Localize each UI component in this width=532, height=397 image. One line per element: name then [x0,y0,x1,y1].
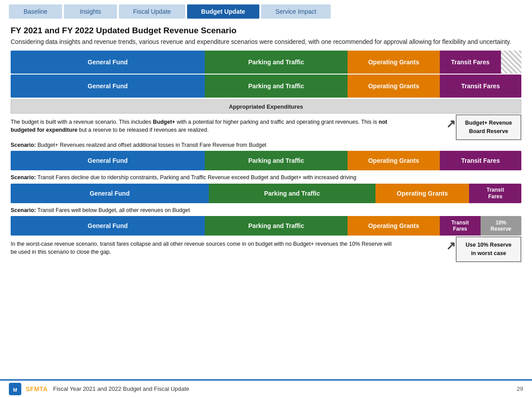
footer: M SFMTA Fiscal Year 2021 and 2022 Budget… [0,379,532,397]
bar2-grants: Operating Grants [348,75,439,98]
arrow-2: ↗ [446,239,456,253]
main-content: FY 2021 and FY 2022 Updated Budget Reven… [0,21,532,379]
scenario2-label: Scenario: Transit Fares decline due to r… [11,174,521,182]
reserve10-box: Use 10% Reservein worst case [456,236,521,262]
scenario3-label: Scenario: Transit Fares well below Budge… [11,207,521,215]
svg-text:M: M [13,387,17,393]
bar3-parking: Parking and Traffic [205,151,348,170]
bar5-general: General Fund [11,216,205,236]
bar-row-4: General Fund Parking and Traffic Operati… [11,184,521,203]
scenario1-label: Scenario: Budget+ Revenues realized and … [11,142,521,149]
tab-insights[interactable]: Insights [64,4,117,19]
bar1-transit: Transit Fares [440,51,501,74]
bar5-reserve: 10%Reserve [481,216,521,236]
sfmta-logo: M [9,383,21,395]
bar-row-5: General Fund Parking and Traffic Operati… [11,216,521,236]
bar2-parking: Parking and Traffic [205,75,348,98]
tab-baseline[interactable]: Baseline [9,4,62,19]
bar5-transit: TransitFares [440,216,481,236]
bar-row-2: General Fund Parking and Traffic Operati… [11,75,521,98]
budget-reserve-box: Budget+ RevenueBoard Reserve [456,114,521,140]
bar3-general: General Fund [11,151,205,170]
bar4-grants: Operating Grants [376,184,469,203]
page-title: FY 2021 and FY 2022 Updated Budget Reven… [11,26,521,35]
tab-budget-update[interactable]: Budget Update [187,4,260,19]
bar-row-3: General Fund Parking and Traffic Operati… [11,151,521,170]
arrow-1: ↗ [446,117,456,131]
bar4-parking: Parking and Traffic [209,184,376,203]
bar1-parking: Parking and Traffic [205,51,348,74]
tab-service-impact[interactable]: Service Impact [261,4,331,19]
page-subtitle: Considering data insights and revenue tr… [11,37,521,46]
bar4-general: General Fund [11,184,209,203]
bar4-transit: TransitFares [469,184,521,203]
footer-org: SFMTA [26,385,48,393]
bar1-grants: Operating Grants [348,51,439,74]
bar5-parking: Parking and Traffic [205,216,348,236]
bar1-hatch [501,51,521,74]
bar5-grants: Operating Grants [348,216,439,236]
bar-row-1: General Fund Parking and Traffic Operati… [11,51,521,74]
approp-bar: Appropriated Expenditures [11,99,521,114]
bar3-transit: Transit Fares [440,151,521,170]
description-text: The budget is built with a revenue scena… [11,118,392,134]
footer-title: Fiscal Year 2021 and 2022 Budget and Fis… [53,385,189,392]
bar1-general: General Fund [11,51,205,74]
bar2-transit: Transit Fares [440,75,521,98]
tab-nav: Baseline Insights Fiscal Update Budget U… [0,0,532,21]
footer-page: 29 [517,385,523,392]
tab-fiscal-update[interactable]: Fiscal Update [119,4,185,19]
bar3-grants: Operating Grants [348,151,439,170]
worst-case-desc: In the worst-case revenue scenario, tran… [11,240,392,256]
page: Baseline Insights Fiscal Update Budget U… [0,0,532,397]
bar2-general: General Fund [11,75,205,98]
